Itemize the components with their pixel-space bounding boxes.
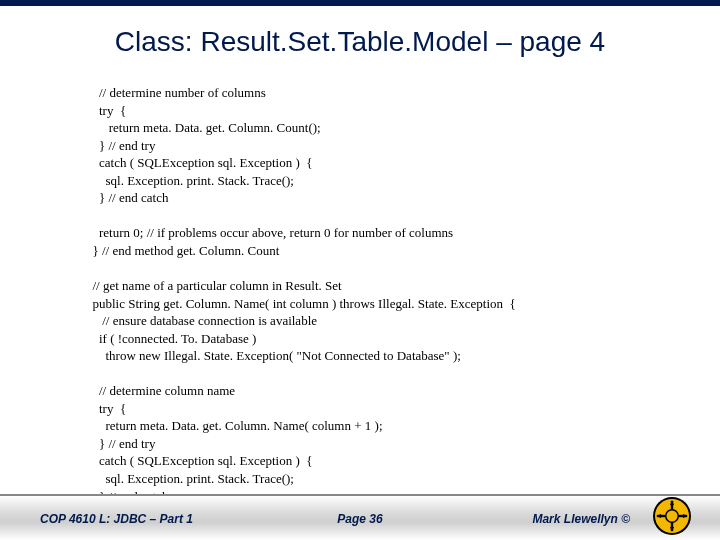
code-block: // determine number of columns try { ret… [86, 84, 660, 505]
footer-author: Mark Llewellyn © [532, 512, 630, 526]
slide: Class: Result.Set.Table.Model – page 4 /… [0, 0, 720, 540]
ucf-logo-icon [652, 496, 692, 536]
svg-point-10 [667, 511, 678, 522]
slide-title: Class: Result.Set.Table.Model – page 4 [0, 26, 720, 58]
